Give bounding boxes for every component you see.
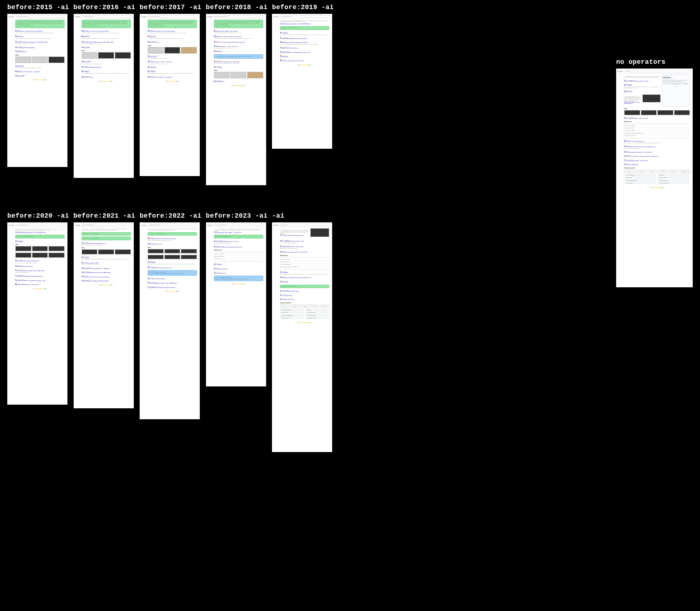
search-result[interactable]: convertio.coGLB Converter Online & Free (280, 298, 329, 301)
ai-show-more[interactable]: Show more (663, 86, 689, 86)
images-carousel[interactable] (214, 72, 263, 78)
google-logo[interactable]: Google (9, 16, 14, 17)
search-result[interactable]: docs.fileformat.comGLB File FormatGLB is… (82, 35, 131, 39)
pagination[interactable]: Goooooooooogle (148, 81, 197, 82)
related-search[interactable]: 🔍glb file format specification (624, 179, 656, 182)
search-result[interactable]: substance3d.adobe.comCreating GLB files … (82, 279, 131, 282)
search-result[interactable]: canva.comGLB file format guide. What's .… (624, 151, 690, 153)
search-result[interactable]: canva.comGLB file format guide. What's .… (280, 250, 329, 253)
search-result[interactable]: r/gamedev · reddit.com.glb: really the b… (280, 245, 329, 249)
pagination[interactable]: Goooooooooogle (214, 283, 263, 285)
search-result[interactable]: modelviewer.dev3D File Types - A brief o… (148, 237, 197, 241)
google-logo[interactable]: Google (141, 224, 146, 226)
search-input[interactable]: glb file format before:2017 -ai (147, 15, 198, 17)
search-result[interactable]: . glb is a 3D file format that's used in… (624, 96, 642, 105)
search-result[interactable]: en.wikipedia.orgglTF - WikipediaglTF is … (280, 271, 329, 275)
pagination[interactable]: Goooooooooogle (280, 322, 329, 323)
paa-item[interactable]: What is the difference between GLB and F… (624, 132, 690, 135)
videos-carousel[interactable] (15, 246, 65, 251)
related-search[interactable]: 🔍glb vs gltf (306, 309, 330, 311)
search-input[interactable]: glb file format before:2023 -ai (213, 224, 264, 226)
related-search[interactable]: 🔍glb file format vs fbx (658, 176, 690, 179)
related-search[interactable]: 🔍glb vs gltf (658, 174, 690, 176)
search-result[interactable]: vection-technologies.comWhat Is a GLB Fi… (624, 117, 690, 120)
paa-item[interactable]: What is a .glb file format?⌄ (280, 258, 329, 261)
related-chip[interactable]: OBJ (290, 304, 299, 308)
search-result[interactable]: quora.comHow to open a .glb or .gltf fil… (214, 30, 263, 34)
paa-item[interactable]: Is GLB the same as glTF?⌄ (624, 127, 690, 130)
paa-item[interactable]: How do I open a GLB file?⌄ (280, 264, 329, 266)
search-result[interactable]: fileinfo.comGLB File Extension - What is… (82, 30, 131, 34)
related-chip[interactable]: glTF (624, 170, 634, 173)
search-result[interactable]: pixelfreestudio.comHow to Use GLB Files … (280, 289, 329, 292)
search-result[interactable]: adobe.comGLB File Format: How It Works, … (280, 276, 329, 279)
search-result[interactable]: adobe.comGLB File Format: How It Works, … (624, 145, 690, 149)
search-result[interactable]: godotengine.orgPros and Cons of differen… (82, 40, 131, 44)
search-input[interactable]: glb file format before:2022 -ai (147, 224, 198, 226)
videos-carousel[interactable] (148, 249, 197, 253)
search-result[interactable]: modelviewer.dev3D File Types - A brief o… (214, 245, 263, 248)
search-result[interactable]: vection-technologies.comWhat Is a GLB Fi… (214, 240, 263, 244)
search-result[interactable]: community.shopify.comGLB files with text… (82, 267, 131, 270)
featured-snippet[interactable]: glTF Overview · The Khronos Group Inc (280, 26, 329, 30)
search-result[interactable]: marxentlabs.comWhat is a glTF / glb file… (148, 266, 197, 269)
search-result[interactable]: docs.unity3d.comExporting models (148, 66, 197, 69)
search-result[interactable]: cadexchanger.comFile and Loading differe… (82, 271, 131, 274)
search-result[interactable]: glb or .gltf file formats. The files con… (280, 20, 329, 25)
videos-carousel[interactable] (624, 110, 690, 115)
search-result[interactable]: fileinfo.comGLB File Extension - What is… (280, 41, 329, 45)
search-input[interactable]: glb file format before:2016 -ai (81, 15, 132, 17)
paa-item[interactable]: What is a .glb file format?⌄ (624, 125, 690, 127)
related-search[interactable]: 🔍glb file format converter (306, 317, 330, 319)
search-result[interactable]: docs.unity3d.comExporting modelsYou can … (15, 65, 65, 69)
related-search[interactable]: 🔍glb file format blender (658, 179, 690, 182)
search-result[interactable]: en.wikipedia.orgglTF - Wikipedia (214, 66, 263, 69)
featured-snippet[interactable]: glTF Overview · The Khronos Group Inc (148, 232, 197, 236)
search-result[interactable]: docs.unity3d.comExporting models (82, 46, 131, 49)
related-search[interactable]: 🔍glb file format example (624, 174, 656, 176)
google-logo[interactable]: Google (75, 16, 80, 17)
search-result[interactable]: docs.autodesk.comFBX / 3ds Max / glTF Re… (15, 46, 65, 49)
google-logo[interactable]: Google (273, 16, 279, 17)
search-result[interactable]: substance3d.adobe.comCreating GLB files … (280, 37, 329, 40)
search-result[interactable]: en.wikipedia.orgglTF - WikipediaglTF is … (148, 261, 197, 265)
search-result[interactable]: vection-technologies.comWhat Is a GLB Fi… (280, 240, 329, 244)
search-result[interactable]: github.com › KhronosGroupKHR_binary_glTF… (82, 60, 131, 64)
search-result[interactable]: The glb file format, which uses the glTF… (82, 229, 131, 231)
search-result[interactable]: glb file formats. The files contain info… (15, 229, 65, 233)
pagination[interactable]: Goooooooooogle (82, 81, 131, 82)
search-result[interactable]: modelviewer.dev3D File Types - A brief o… (82, 275, 131, 278)
image-thumb[interactable] (115, 52, 131, 59)
search-result[interactable]: stackoverflow.comWhy should we all suppo… (214, 60, 263, 64)
search-result[interactable]: cadexchanger.comFile and Loading differe… (15, 269, 65, 273)
related-chip[interactable]: SVG (646, 170, 657, 173)
pagination[interactable]: Goooooooooogle (214, 85, 263, 86)
search-input[interactable]: glb file format before:2015 -ai (15, 15, 66, 17)
search-result[interactable]: r/gamedev · reddit.com.glb: really the b… (624, 159, 690, 162)
search-result[interactable]: iconscout.comGLB File: What The Format I… (624, 155, 690, 157)
search-result[interactable]: marxentlabs.comWhat is a glTF / glb file… (15, 259, 65, 263)
search-result[interactable]: docs.autodesk.comFBX / 3ds Max / glTF Re… (82, 66, 131, 69)
search-result[interactable]: docs.fileformat.comGLB File Format (280, 280, 329, 283)
search-result[interactable]: vntana.comWhat's a GLB, and what's a USD… (82, 261, 131, 265)
google-logo[interactable]: Google (207, 224, 213, 226)
related-search[interactable]: 🔍glb file format specification (280, 314, 304, 316)
search-result[interactable]: substance3d.adobe.comCreating GLB files … (15, 275, 65, 277)
search-result[interactable]: r/gamedev · reddit.com.glb: really the b… (15, 283, 65, 286)
search-input[interactable]: glb file format before:2020 -ai (15, 224, 66, 226)
featured-snippet[interactable]: glTF Overview · The Khronos Group Inc (82, 232, 131, 236)
search-result[interactable]: en.wikipedia.orgglTF - WikipediaglTF is … (82, 70, 131, 74)
featured-snippet[interactable]: glTF Overview · The Khronos Group Inc (15, 235, 65, 238)
featured-snippet[interactable]: This core of glTF is a JSON file that de… (214, 20, 263, 28)
search-result[interactable]: . glb is a 3D file format that's used in… (280, 230, 309, 237)
preview-thumbnail[interactable] (642, 94, 661, 102)
search-result[interactable]: fileinfo.comGLB File Extension - What is… (15, 30, 65, 34)
related-chip[interactable]: glTF (280, 304, 289, 308)
search-result[interactable]: quora.comHow to open a .glb or .gltf fil… (280, 59, 329, 62)
paa-item[interactable]: How do I open a GLB file?⌄ (214, 258, 263, 260)
search-result[interactable]: en.wikipedia.orgglTF - WikipediaglTF is … (624, 83, 661, 89)
featured-snippet[interactable]: glTF Overview · The Khronos Group Inc (214, 235, 263, 238)
related-chip[interactable]: STL (320, 304, 329, 308)
search-result[interactable]: docs.fileformat.comGLB File Format (214, 50, 263, 53)
search-result[interactable]: GLB (GL Transmission Format Binary) is a… (624, 76, 661, 78)
